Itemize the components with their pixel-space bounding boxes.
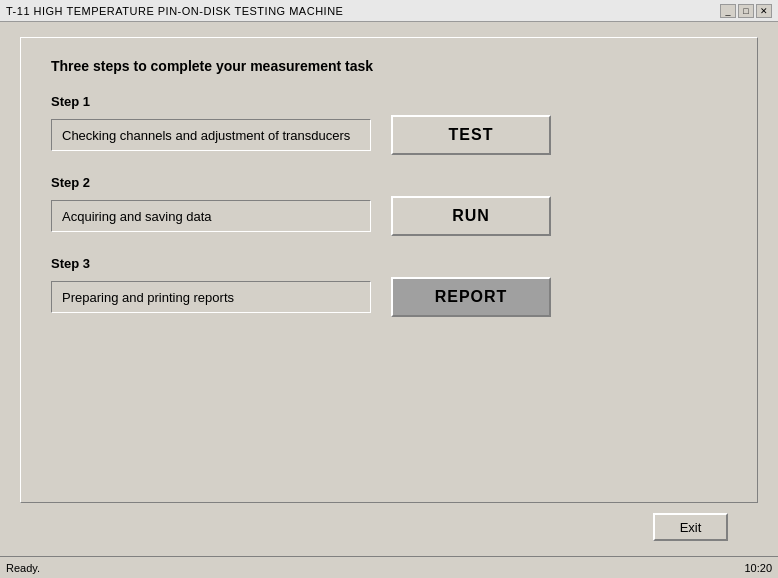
- step-2-label: Step 2: [51, 175, 727, 190]
- step-1-label: Step 1: [51, 94, 727, 109]
- step-3-description: Preparing and printing reports: [51, 281, 371, 313]
- window-title: T-11 HIGH TEMPERATURE PIN-ON-DISK TESTIN…: [6, 5, 343, 17]
- step-3-label: Step 3: [51, 256, 727, 271]
- window-controls: _ □ ✕: [720, 4, 772, 18]
- exit-area: Exit: [20, 503, 758, 551]
- test-button[interactable]: TEST: [391, 115, 551, 155]
- step-2-container: Step 2 Acquiring and saving data RUN: [51, 175, 727, 236]
- close-button[interactable]: ✕: [756, 4, 772, 18]
- status-bar: Ready. 10:20: [0, 556, 778, 578]
- panel-title: Three steps to complete your measurement…: [51, 58, 727, 74]
- step-1-description: Checking channels and adjustment of tran…: [51, 119, 371, 151]
- report-button[interactable]: REPORT: [391, 277, 551, 317]
- minimize-button[interactable]: _: [720, 4, 736, 18]
- main-panel: Three steps to complete your measurement…: [20, 37, 758, 503]
- run-button[interactable]: RUN: [391, 196, 551, 236]
- step-3-container: Step 3 Preparing and printing reports RE…: [51, 256, 727, 317]
- status-text: Ready.: [6, 562, 40, 574]
- maximize-button[interactable]: □: [738, 4, 754, 18]
- step-2-row: Acquiring and saving data RUN: [51, 196, 727, 236]
- exit-button[interactable]: Exit: [653, 513, 728, 541]
- outer-wrapper: Three steps to complete your measurement…: [0, 22, 778, 556]
- step-1-row: Checking channels and adjustment of tran…: [51, 115, 727, 155]
- main-window: Three steps to complete your measurement…: [0, 22, 778, 578]
- step-1-container: Step 1 Checking channels and adjustment …: [51, 94, 727, 155]
- title-bar: T-11 HIGH TEMPERATURE PIN-ON-DISK TESTIN…: [0, 0, 778, 22]
- step-2-description: Acquiring and saving data: [51, 200, 371, 232]
- status-time: 10:20: [744, 562, 772, 574]
- step-3-row: Preparing and printing reports REPORT: [51, 277, 727, 317]
